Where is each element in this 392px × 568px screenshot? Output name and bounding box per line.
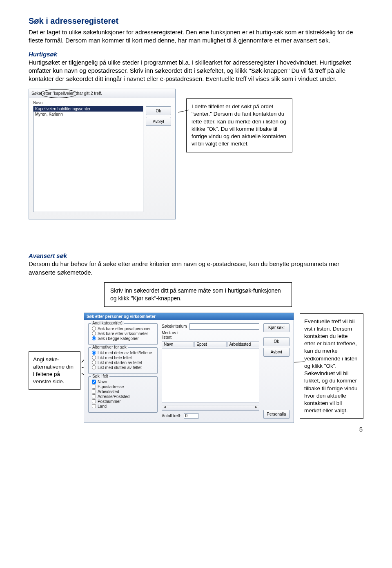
avansert-paragraph: Dersom du har behov for å søke etter and… <box>29 260 363 277</box>
avansert-dialog: Søk etter personer og virksomheter Angi … <box>84 313 294 423</box>
horizontal-scrollbar[interactable] <box>162 405 259 411</box>
radio-slutt[interactable]: Likt med slutten av feltet <box>92 365 154 370</box>
kategori-group-title: Angi kategori(er) <box>91 321 124 325</box>
hurtigsok-result-list[interactable]: Kapellveien habiliteringssenter Myren, K… <box>33 106 143 212</box>
list-item[interactable]: Kapellveien habiliteringssenter <box>33 106 143 112</box>
antall-treff-label: Antall treff: <box>162 414 181 418</box>
ok-button[interactable]: Ok <box>263 337 290 346</box>
avbryt-button[interactable]: Avbryt <box>263 348 290 357</box>
personalia-button[interactable]: Personalia <box>263 410 290 419</box>
hurtigsok-dialog: Søket etter "kapellveien" har gitt 2 tre… <box>29 89 176 219</box>
intro-paragraph: Det er laget to ulike søkefunksjoner for… <box>29 28 363 45</box>
avbryt-button[interactable]: Avbryt <box>146 117 171 126</box>
hurtigsok-titlebar-text: Søket etter "kapellveien" har gitt 2 tre… <box>31 91 102 96</box>
result-list[interactable] <box>162 348 259 403</box>
kategori-group: Angi kategori(er) Søk bare etter privatp… <box>88 323 158 345</box>
radio-hele[interactable]: Likt med hele feltet <box>92 356 154 360</box>
sokekriterium-input[interactable] <box>189 323 259 330</box>
hurtigsok-titlebar: Søket etter "kapellveien" har gitt 2 tre… <box>29 89 175 98</box>
radio-deler[interactable]: Likt med deler av feltet/feltene <box>92 351 154 355</box>
alternativer-group: Alternativer for søk Likt med deler av f… <box>88 347 158 374</box>
check-adresse[interactable]: Adresse/Poststed <box>92 394 154 399</box>
col-arbeidssted[interactable]: Arbeidssted <box>227 341 259 347</box>
page-title: Søk i adresseregisteret <box>29 16 363 26</box>
antall-treff-value <box>184 413 198 419</box>
alternativer-group-title: Alternativer for søk <box>91 345 128 349</box>
check-navn[interactable]: Navn <box>92 380 154 384</box>
radio-begge[interactable]: Søk i begge kategorier <box>92 336 154 341</box>
page-number: 5 <box>359 426 363 433</box>
check-epost[interactable]: E-postadresse <box>92 385 154 389</box>
result-list-header: Navn Epost Arbeidssted <box>162 341 259 347</box>
kjor-sok-button[interactable]: Kjør søk! <box>263 323 290 332</box>
list-item[interactable]: Myren, Kariann <box>33 112 143 117</box>
avansert-tip-box: Skriv inn søkeordet ditt på samme måte s… <box>104 282 292 307</box>
hurtigsok-list-label: Navn <box>33 101 143 105</box>
hurtigsok-heading: Hurtigsøk <box>29 51 363 58</box>
avansert-heading: Avansert søk <box>29 252 363 259</box>
sokifelt-group-title: Søk i felt <box>91 374 109 378</box>
col-epost[interactable]: Epost <box>194 341 226 347</box>
sokekriterium-label: Søkekriterium <box>162 324 188 329</box>
radio-virksomheter[interactable]: Søk bare etter virksomheter <box>92 331 154 336</box>
radio-privatpersoner[interactable]: Søk bare etter privatpersoner <box>92 326 154 331</box>
avansert-left-callout: Angi søke-alternativene din i feltene på… <box>29 351 80 390</box>
col-navn[interactable]: Navn <box>162 341 194 347</box>
sokifelt-group: Søk i felt Navn E-postadresse Arbeidsste… <box>88 376 158 413</box>
check-arbeidssted[interactable]: Arbeidssted <box>92 389 154 394</box>
hurtigsok-paragraph: Hurtigsøket er tilgjengelig på ulike ste… <box>29 58 363 83</box>
radio-start[interactable]: Likt med starten av feltet <box>92 360 154 365</box>
check-postnummer[interactable]: Postnummer <box>92 399 154 404</box>
hurtigsok-callout: I dette tilfellet er det søkt på ordet "… <box>186 98 292 152</box>
check-land[interactable]: Land <box>92 404 154 409</box>
avansert-right-callout: Eventuelle treff vil bli vist i listen. … <box>300 313 363 419</box>
merk-label: Merk av i listen: <box>162 331 188 340</box>
avansert-dialog-title: Søk etter personer og virksomheter <box>84 313 294 320</box>
ok-button[interactable]: Ok <box>146 106 171 115</box>
